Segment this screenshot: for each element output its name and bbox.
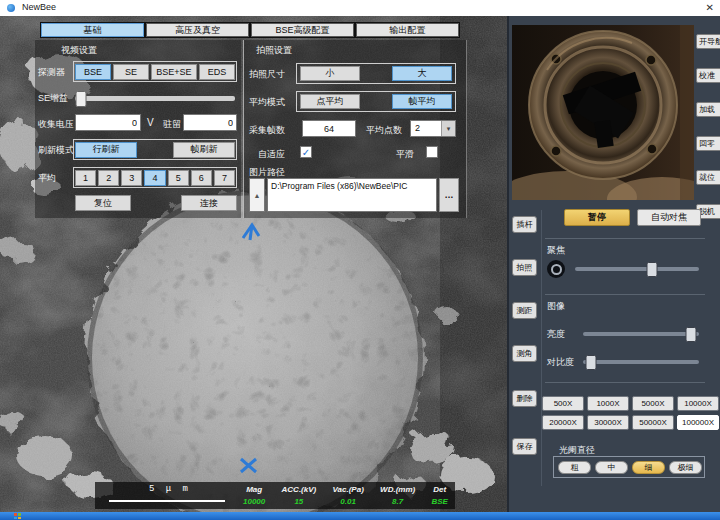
collect-voltage-label: 收集电压 [38,118,74,131]
title-bar: NewBee ✕ [0,0,720,17]
mag-500x-button[interactable]: 500X [542,396,584,411]
windows-taskbar[interactable] [0,512,720,520]
se-gain-slider-thumb[interactable] [76,91,87,107]
adaptive-checkbox[interactable]: ✓ [300,146,312,158]
aperture-coarse-button[interactable]: 粗 [558,461,591,474]
mag-30000x-button[interactable]: 30000X [587,415,629,430]
tab-basic[interactable]: 基础 [41,23,144,37]
average-option-1[interactable]: 1 [75,170,96,186]
save-button[interactable]: 保存 [512,438,537,455]
divider [545,294,705,295]
divider [545,382,705,383]
chamber-camera-image [512,25,694,200]
dwell-input[interactable] [183,114,237,131]
aperture-medium-button[interactable]: 中 [595,461,628,474]
avg-mode-label: 平均模式 [249,96,285,109]
se-gain-slider[interactable] [75,96,235,101]
tab-output-config[interactable]: 输出配置 [356,23,459,37]
avg-mode-frame[interactable]: 帧平均 [392,94,452,109]
refresh-option-frame[interactable]: 帧刷新 [173,142,235,158]
refresh-option-line[interactable]: 行刷新 [75,142,137,158]
size-option-small[interactable]: 小 [300,66,360,81]
image-status-bar: 5 μ m Mag10000 ACC.(kV)15 Vac.(Pa)0.01 W… [95,482,455,509]
contrast-slider[interactable] [583,360,699,364]
average-option-6[interactable]: 6 [191,170,212,186]
photo-settings-panel: 拍照设置 拍照尺寸 小 大 平均模式 点平均 帧平均 采集帧数 平均点数 2 ▾… [243,40,467,218]
path-field[interactable]: D:\Program Files (x86)\NewBee\PIC [267,178,437,212]
size-option-large[interactable]: 大 [392,66,452,81]
status-det: DetBSE [432,485,448,506]
pause-button[interactable]: 暂停 [564,209,630,226]
in-position-button[interactable]: 就位 [696,170,720,185]
average-option-7[interactable]: 7 [214,170,235,186]
measure-angle-button[interactable]: 测角 [512,345,537,362]
aperture-fine-button[interactable]: 细 [632,461,665,474]
brightness-slider[interactable] [583,332,699,336]
mag-50000x-button[interactable]: 50000X [632,415,674,430]
average-option-3[interactable]: 3 [121,170,142,186]
dropdown-arrow-icon[interactable]: ▾ [441,121,455,136]
insert-rod-button[interactable]: 插杆 [512,216,537,233]
detector-option-eds[interactable]: EDS [199,64,235,80]
mag-10000x-button[interactable]: 10000X [677,396,719,411]
windows-start-icon[interactable] [14,513,21,519]
detector-label: 探测器 [38,66,65,79]
video-settings-panel: 视频设置 探测器 BSE SE BSE+SE EDS SE增益 收集电压 V 驻… [35,40,241,218]
focus-slider-thumb[interactable] [646,262,657,277]
home-button[interactable]: 回零 [696,136,720,151]
photo-settings-title: 拍照设置 [256,44,292,57]
scale-bar [109,500,225,502]
delete-button[interactable]: 删除 [512,390,537,407]
mag-1000x-button[interactable]: 1000X [587,396,629,411]
status-acc: ACC.(kV)15 [282,485,317,506]
average-option-2[interactable]: 2 [98,170,119,186]
average-group: 1 2 3 4 5 6 7 [73,167,237,188]
se-gain-label: SE增益 [38,92,68,105]
average-option-4[interactable]: 4 [144,170,165,186]
avg-mode-point[interactable]: 点平均 [300,94,360,109]
aperture-extra-fine-button[interactable]: 极细 [669,461,702,474]
mag-5000x-button[interactable]: 5000X [632,396,674,411]
window-title: NewBee [22,2,56,12]
brightness-slider-thumb[interactable] [685,327,696,342]
path-pin-icon[interactable]: ▲ [249,178,265,212]
measure-distance-button[interactable]: 测距 [512,302,537,319]
frames-input[interactable] [302,120,356,137]
divider [545,238,705,239]
autofocus-button[interactable]: 自动对焦 [637,209,701,226]
collect-voltage-input[interactable] [75,114,141,131]
frames-label: 采集帧数 [249,124,285,137]
mag-20000x-button[interactable]: 20000X [542,415,584,430]
image-section-title: 图像 [547,300,565,313]
avg-mode-group: 点平均 帧平均 [296,91,456,112]
app-window: NewBee ✕ [0,0,720,520]
refresh-mode-label: 刷新模式 [38,144,74,157]
smooth-label: 平滑 [396,148,414,161]
focus-knob-icon[interactable] [547,260,565,278]
detector-option-bse-se[interactable]: BSE+SE [151,64,197,80]
detector-option-bse[interactable]: BSE [75,64,111,80]
load-button[interactable]: 加载 [696,102,720,117]
capture-button[interactable]: 拍照 [512,259,537,276]
brightness-label: 亮度 [547,328,565,341]
tab-hv-vacuum[interactable]: 高压及真空 [146,23,249,37]
detector-option-se[interactable]: SE [113,64,149,80]
contrast-slider-thumb[interactable] [586,355,597,370]
adaptive-label: 自适应 [258,148,285,161]
connect-button[interactable]: 连接 [181,195,237,211]
avg-points-dropdown[interactable]: 2 ▾ [410,120,456,137]
avg-points-value: 2 [411,121,441,136]
reset-button[interactable]: 复位 [75,195,131,211]
panel-divider-vertical [541,210,542,486]
smooth-checkbox[interactable] [426,146,438,158]
nav-open-button[interactable]: 开导航 [696,34,720,49]
calibrate-button[interactable]: 校准 [696,68,720,83]
tab-bse-advanced[interactable]: BSE高级配置 [251,23,354,37]
control-panel: 开导航 校准 加载 回零 就位 脱机 插杆 拍照 测距 测角 删除 保存 暂停 … [507,16,720,512]
close-icon[interactable]: ✕ [706,1,714,15]
status-wd: WD.(mm)8.7 [380,485,415,506]
mag-100000x-button[interactable]: 100000X [677,415,719,430]
average-option-5[interactable]: 5 [168,170,189,186]
browse-button[interactable]: … [439,178,459,212]
focus-slider[interactable] [575,267,699,271]
